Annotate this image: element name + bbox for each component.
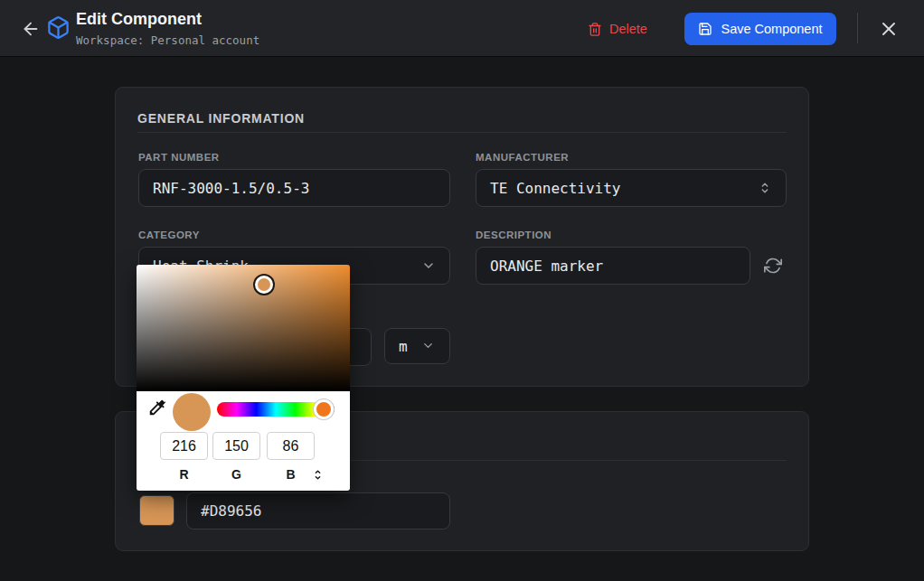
cube-icon	[46, 15, 71, 40]
blue-label: B	[267, 467, 315, 482]
chevron-up-down-icon	[758, 181, 772, 195]
color-format-toggle-button[interactable]	[312, 468, 325, 481]
blue-input[interactable]	[267, 432, 315, 460]
description-label: DESCRIPTION	[476, 230, 552, 240]
save-component-button[interactable]: Save Component	[684, 13, 836, 45]
edit-component-page: Edit Component Workspace: Personal accou…	[0, 0, 924, 581]
manufacturer-select[interactable]: TE Connectivity	[476, 169, 787, 207]
workspace-subtitle: Workspace: Personal account	[76, 33, 259, 47]
part-number-input[interactable]	[138, 169, 450, 207]
back-button[interactable]	[20, 19, 42, 39]
color-swatch[interactable]	[139, 495, 174, 526]
manufacturer-label: MANUFACTURER	[476, 152, 569, 163]
color-picker-panel: R G B	[137, 391, 350, 491]
refresh-icon	[764, 257, 784, 275]
chevron-down-icon	[421, 258, 436, 273]
unit-select[interactable]: m	[384, 328, 450, 364]
section-divider	[137, 132, 787, 133]
green-label: G	[212, 467, 260, 482]
general-section-title: GENERAL INFORMATION	[137, 111, 305, 126]
manufacturer-value: TE Connectivity	[490, 180, 621, 197]
saturation-cursor[interactable]	[255, 276, 273, 294]
eyedropper-button[interactable]	[147, 397, 169, 418]
hue-slider-thumb[interactable]	[314, 399, 334, 419]
delete-button-label: Delete	[609, 22, 647, 36]
color-picker-popup: R G B	[137, 265, 350, 491]
red-label: R	[160, 467, 208, 482]
header-divider	[857, 13, 858, 43]
chevron-up-down-icon	[312, 469, 325, 481]
close-icon	[878, 18, 901, 40]
header-bar: Edit Component Workspace: Personal accou…	[0, 0, 924, 57]
close-button[interactable]	[878, 18, 901, 40]
regenerate-description-button[interactable]	[764, 256, 784, 276]
description-input[interactable]	[476, 247, 750, 285]
saturation-area[interactable]	[137, 265, 350, 391]
red-input[interactable]	[160, 432, 208, 460]
trash-icon	[588, 22, 602, 37]
green-input[interactable]	[212, 432, 260, 460]
arrow-left-icon	[20, 19, 42, 39]
unit-value: m	[399, 338, 408, 355]
part-number-label: PART NUMBER	[138, 152, 220, 163]
eyedropper-icon	[147, 398, 169, 417]
floppy-icon	[698, 22, 712, 36]
hex-color-input[interactable]	[186, 492, 450, 529]
chevron-down-icon	[421, 339, 436, 353]
save-button-label: Save Component	[721, 22, 822, 36]
current-color-swatch	[173, 393, 211, 431]
category-label: CATEGORY	[138, 230, 200, 240]
page-title: Edit Component	[76, 10, 202, 29]
delete-button[interactable]: Delete	[588, 16, 647, 42]
